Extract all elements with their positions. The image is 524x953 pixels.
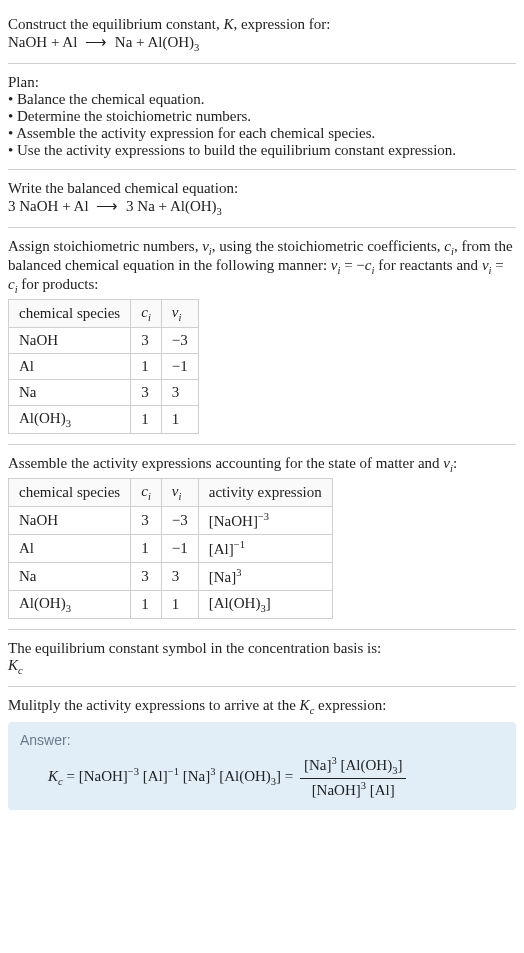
cell-c: 1 [131,535,162,563]
plan-item: Use the activity expressions to build th… [8,142,516,159]
table-row: Al 1 −1 [9,354,199,380]
al-d: : [453,455,457,471]
th-species: chemical species [9,300,131,328]
cell-c: 3 [131,328,162,354]
act-sup: 3 [236,567,241,578]
cell-species-sub: 3 [66,603,71,614]
al-a: Assemble the activity expressions accoun… [8,455,443,471]
num-b: [Al(OH) [337,757,392,773]
table-row: NaOH 3 −3 [NaOH]−3 [9,507,333,535]
mul-b: K [300,697,310,713]
cell-nu: −3 [161,507,198,535]
cell-c: 3 [131,507,162,535]
num-b-tail: ] [397,757,402,773]
cell-nu: 1 [161,591,198,619]
cell-nu: −3 [161,328,198,354]
b-rhs1: 3 Na [126,198,155,214]
ans-eq2: = [285,768,297,784]
act-base: [NaOH] [209,513,258,529]
cell-species: NaOH [9,328,131,354]
th-nui-sub: i [178,312,181,323]
activity-table: chemical species ci νi activity expressi… [8,478,333,619]
title-section: Construct the equilibrium constant, K, e… [8,6,516,64]
b-lhs1: 3 NaOH [8,198,58,214]
answer-equation: Kc = [NaOH]−3 [Al]−1 [Na]3 [Al(OH)3] = [… [20,754,504,800]
table-row: Al(OH)3 1 1 [Al(OH)3] [9,591,333,619]
al-b: ν [443,455,450,471]
ans-K: K [48,768,58,784]
cell-species-base: Al(OH) [19,595,66,611]
th-ci-base: c [141,483,148,499]
plan-list: Balance the chemical equation. Determine… [8,91,516,159]
table-row: Na 3 3 [Na]3 [9,563,333,591]
unbalanced-equation: NaOH + Al ⟶ Na + Al(OH)3 [8,33,516,53]
arrow-icon: ⟶ [92,198,122,214]
cell-activity: [Al]−1 [198,535,332,563]
cell-species: NaOH [9,507,131,535]
cell-c: 3 [131,563,162,591]
cell-nu: −1 [161,535,198,563]
st-p1: Assign stoichiometric numbers, [8,238,202,254]
ans-f4: [Al(OH) [215,768,270,784]
cell-c: 1 [131,354,162,380]
table-row: NaOH 3 −3 [9,328,199,354]
cell-activity: [Na]3 [198,563,332,591]
frac-num: [Na]3 [Al(OH)3] [300,754,406,779]
mul-d: expression: [314,697,386,713]
den-b: [Al] [366,782,395,798]
cell-species: Al [9,354,131,380]
table-header-row: chemical species ci νi activity expressi… [9,479,333,507]
stoich-section: Assign stoichiometric numbers, νi, using… [8,228,516,445]
th-ci-sub: i [148,491,151,502]
cell-species: Al [9,535,131,563]
cell-c: 3 [131,380,162,406]
arrow-icon: ⟶ [81,34,111,50]
num-a: [Na] [304,757,331,773]
cell-species: Al(OH)3 [9,591,131,619]
plan-item: Determine the stoichiometric numbers. [8,108,516,125]
cell-nu: 1 [161,406,198,434]
ub-lhs2: Al [62,34,77,50]
b-plus2: + [155,198,170,214]
ub-rhs2-sub: 3 [194,42,199,53]
balanced-label: Write the balanced chemical equation: [8,180,516,197]
st-p4: for reactants and [374,257,481,273]
st-p5: for products: [18,276,99,292]
th-ci-sub: i [148,312,151,323]
kc-symbol-section: The equilibrium constant symbol in the c… [8,630,516,687]
act-tail: ] [266,595,271,611]
act-base: [Al] [209,541,234,557]
cell-species-base: Al(OH) [19,410,66,426]
cell-species: Na [9,380,131,406]
kc-symbol-line: The equilibrium constant symbol in the c… [8,640,516,657]
st-nu: ν [202,238,209,254]
cell-c: 1 [131,406,162,434]
table-header-row: chemical species ci νi [9,300,199,328]
cell-species: Al(OH)3 [9,406,131,434]
ans-f1: [NaOH] [79,768,128,784]
multiply-label: Mulitply the activity expressions to arr… [8,697,516,716]
th-ci: ci [131,300,162,328]
table-row: Al(OH)3 1 1 [9,406,199,434]
th-nui: νi [161,300,198,328]
table-row: Na 3 3 [9,380,199,406]
cell-nu: −1 [161,354,198,380]
balanced-section: Write the balanced chemical equation: 3 … [8,170,516,228]
cell-species-sub: 3 [66,418,71,429]
b-plus1: + [58,198,73,214]
kc-symbol: Kc [8,657,516,676]
plan-section: Plan: Balance the chemical equation. Det… [8,64,516,170]
cell-activity: [Al(OH)3] [198,591,332,619]
ans-f3: [Na] [179,768,210,784]
cell-species: Na [9,563,131,591]
answer-box: Answer: Kc = [NaOH]−3 [Al]−1 [Na]3 [Al(O… [8,722,516,810]
table-row: Al 1 −1 [Al]−1 [9,535,333,563]
ub-rhs2: Al(OH) [147,34,194,50]
stoich-table: chemical species ci νi NaOH 3 −3 Al 1 −1… [8,299,199,434]
answer-label: Answer: [20,732,504,748]
ans-eq: = [63,768,79,784]
th-activity: activity expression [198,479,332,507]
st-eq2a: ν [482,257,489,273]
act-sup: −1 [234,539,245,550]
kc-base: K [8,657,18,673]
